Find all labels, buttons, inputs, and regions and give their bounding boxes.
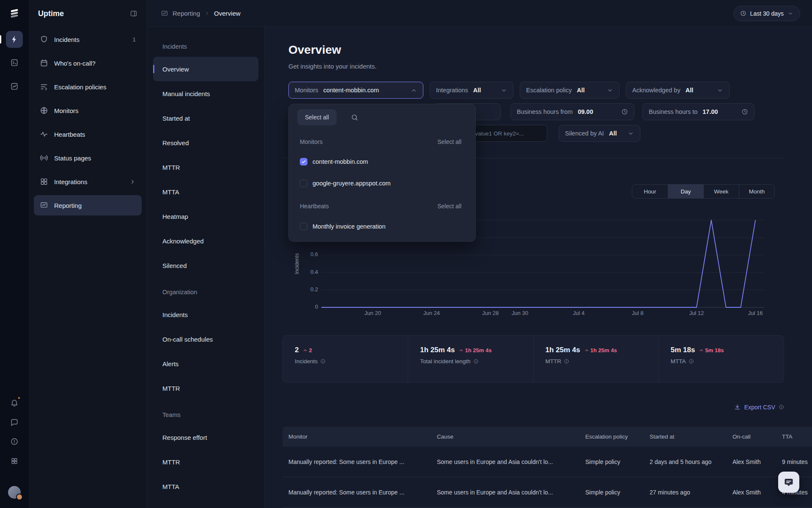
monitor-option[interactable]: google-gruyere.appspot.com	[300, 178, 467, 188]
sidebar-item-label: Status pages	[54, 155, 91, 162]
info-icon[interactable]	[689, 359, 694, 364]
date-range-button[interactable]: Last 30 days	[733, 6, 800, 21]
sidebar-item-monitors[interactable]: Monitors	[34, 100, 142, 121]
stat-mttr: 1h 25m 4s 1h 25m 4s MTTR	[533, 336, 658, 382]
sidebar-item-integrations[interactable]: Integrations	[34, 171, 142, 192]
acknowledged-by-filter[interactable]: Acknowledged by All	[626, 82, 730, 99]
x-axis-tick: Jun 28	[476, 310, 505, 316]
chevron-down-icon	[628, 130, 634, 137]
chevron-down-icon	[501, 87, 507, 94]
table-row[interactable]: Manually reported: Some users in Europe …	[283, 447, 812, 477]
logs-product-icon[interactable]	[6, 54, 23, 71]
apps-grid-icon[interactable]	[6, 453, 23, 469]
granularity-week[interactable]: Week	[703, 185, 739, 198]
collapse-sidebar-icon[interactable]	[130, 10, 137, 17]
group-select-all-link[interactable]: Select all	[437, 138, 461, 145]
monitors-filter[interactable]: Monitors content-mobbin.com	[288, 82, 423, 99]
icon-rail	[0, 0, 29, 508]
escalation-policy-filter[interactable]: Escalation policy All	[520, 82, 620, 99]
subnav-item-mttr[interactable]: MTTR	[153, 155, 258, 179]
stat-trend: 2	[309, 347, 312, 353]
chat-widget-button[interactable]	[778, 472, 799, 493]
subnav-item-heatmap[interactable]: Heatmap	[153, 204, 258, 229]
granularity-hour[interactable]: Hour	[632, 185, 668, 198]
sidebar-item-status-pages[interactable]: Status pages	[34, 148, 142, 168]
group-select-all-link[interactable]: Select all	[437, 203, 461, 210]
cell-started: 2 days and 5 hours ago	[644, 458, 727, 465]
checkbox[interactable]	[300, 158, 307, 166]
filter-value: All	[609, 130, 617, 137]
export-csv-link[interactable]: Export CSV	[744, 404, 775, 411]
sidebar-item-incidents[interactable]: Incidents 1	[34, 29, 142, 50]
clock-icon	[741, 108, 748, 115]
subnav-item-acknowledged[interactable]: Acknowledged	[153, 229, 258, 253]
info-icon[interactable]	[320, 359, 326, 364]
col-cause: Cause	[431, 433, 579, 440]
info-icon[interactable]	[779, 404, 784, 410]
subnav-item-response-effort[interactable]: Response effort	[153, 425, 258, 450]
download-icon	[734, 403, 741, 411]
chat-bubble-icon	[784, 477, 794, 487]
sidebar-item-escalation-policies[interactable]: Escalation policies	[34, 77, 142, 97]
metrics-product-icon[interactable]	[6, 78, 23, 95]
notifications-bell-icon[interactable]	[6, 394, 23, 411]
table-row[interactable]: Manually reported: Some users in Europe …	[283, 477, 812, 508]
table-header: Monitor Cause Escalation policy Started …	[283, 427, 812, 447]
topbar: Reporting Overview Last 30 days	[147, 0, 812, 27]
info-icon[interactable]	[564, 359, 569, 364]
col-started-at: Started at	[644, 433, 727, 440]
incident-count-badge: 1	[132, 36, 136, 43]
subnav-item-resolved[interactable]: Resolved	[153, 130, 258, 155]
sidebar-item-whos-on-call[interactable]: Who's on-call?	[34, 53, 142, 73]
y-axis-tick: 0.2	[293, 286, 318, 293]
stat-value: 5m 18s	[671, 346, 695, 354]
sidebar-item-label: Monitors	[54, 107, 79, 114]
checkbox[interactable]	[300, 179, 307, 187]
subnav-item-org-incidents[interactable]: Incidents	[153, 302, 258, 327]
subnav-item-mtta[interactable]: MTTA	[153, 179, 258, 204]
subnav-item-org-mttr[interactable]: MTTR	[153, 376, 258, 400]
heartbeat-option[interactable]: Monthly invoice generation	[300, 221, 467, 232]
uptime-product-icon[interactable]	[6, 31, 23, 48]
report-chart-icon	[161, 10, 168, 17]
subnav-item-silenced[interactable]: Silenced	[153, 253, 258, 278]
filter-value: All	[686, 87, 694, 94]
subnav-item-on-call-schedules[interactable]: On-call schedules	[153, 327, 258, 351]
search-icon[interactable]	[346, 109, 362, 125]
stat-trend: 1h 25m 4s	[465, 347, 491, 353]
sidebar-item-reporting[interactable]: Reporting	[34, 195, 142, 215]
x-axis-tick: Jul 8	[623, 310, 653, 316]
cell-tta: 9 minutes	[776, 458, 812, 465]
silenced-by-ai-filter[interactable]: Silenced by AI All	[559, 125, 640, 142]
stat-value: 1h 25m 4s	[420, 346, 455, 354]
select-all-button[interactable]: Select all	[297, 109, 337, 125]
subnav-item-alerts[interactable]: Alerts	[153, 351, 258, 376]
subnav-item-started-at[interactable]: Started at	[153, 106, 258, 130]
business-hours-from-filter[interactable]: Business hours from 09.00	[510, 103, 634, 120]
monitors-dropdown-panel: Select all Monitors Select all content-m…	[288, 104, 476, 242]
help-info-icon[interactable]	[6, 433, 23, 450]
cell-cause: Some users in Europe and Asia couldn't l…	[431, 489, 579, 496]
workspace-title: Uptime	[38, 9, 64, 18]
monitor-option[interactable]: content-mobbin.com	[300, 157, 467, 167]
info-icon[interactable]	[473, 359, 479, 364]
sidebar-item-label: Reporting	[54, 202, 82, 209]
granularity-day[interactable]: Day	[668, 185, 703, 198]
app-logo-icon[interactable]	[9, 8, 20, 20]
user-avatar[interactable]	[8, 486, 21, 499]
subnav-item-teams-mtta[interactable]: MTTA	[153, 474, 258, 499]
feedback-chat-icon[interactable]	[6, 414, 23, 431]
subnav-section-header: Teams	[147, 405, 264, 425]
integrations-filter[interactable]: Integrations All	[430, 82, 513, 99]
subnav-item-teams-mttr[interactable]: MTTR	[153, 450, 258, 474]
stat-value: 1h 25m 4s	[546, 346, 580, 354]
sidebar-item-heartbeats[interactable]: Heartbeats	[34, 124, 142, 144]
breadcrumb-section[interactable]: Reporting	[173, 10, 200, 17]
subnav-item-overview[interactable]: Overview	[153, 57, 258, 81]
granularity-month[interactable]: Month	[739, 185, 774, 198]
stat-trend: 5m 18s	[705, 347, 724, 353]
checkbox[interactable]	[300, 223, 307, 230]
y-axis-tick: 0.4	[293, 269, 318, 275]
subnav-item-manual-incidents[interactable]: Manual incidents	[153, 81, 258, 106]
business-hours-to-filter[interactable]: Business hours to 17.00	[642, 103, 754, 120]
